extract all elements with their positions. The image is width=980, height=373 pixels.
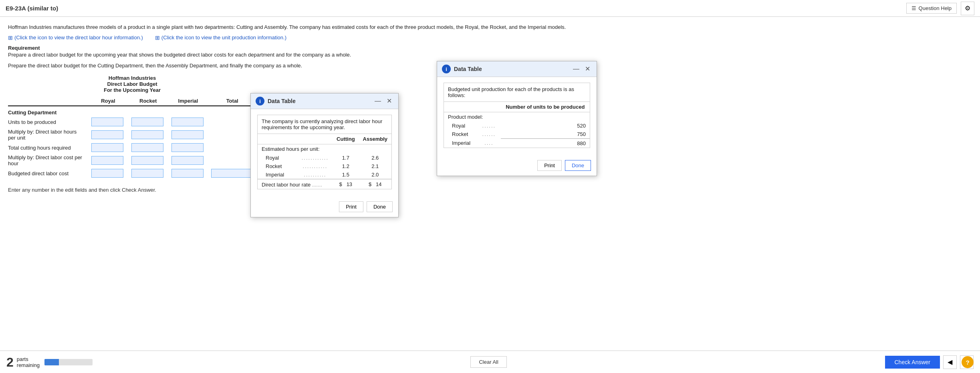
- links-row: ⊞ (Click the icon to view the direct lab…: [8, 34, 972, 41]
- requirement-section: Requirement Prepare a direct labor budge…: [8, 45, 972, 59]
- budgeted-cost-total[interactable]: [211, 169, 251, 178]
- modal2-col-header: Number of units to be produced: [501, 102, 590, 112]
- table-row: Product model:: [444, 112, 590, 122]
- budget-table: Royal Rocket Imperial Total Cutting Depa…: [8, 96, 256, 179]
- modal2-controls: — ✕: [571, 66, 592, 72]
- table-row: Multiply by: Direct labor cost per hour: [8, 153, 256, 168]
- modal2-minimize-button[interactable]: —: [571, 66, 581, 72]
- units-royal-cutting[interactable]: [91, 118, 123, 126]
- modal1-section-label: Estimated hours per unit:: [258, 144, 391, 154]
- hours-royal-cutting[interactable]: [91, 130, 123, 139]
- budgeted-cost-rocket[interactable]: [131, 169, 163, 178]
- modal2-footer: Print Done: [437, 157, 597, 176]
- col-imperial: Imperial: [168, 96, 208, 106]
- units-rocket-cutting[interactable]: [131, 118, 163, 126]
- modal1-close-button[interactable]: ✕: [385, 98, 393, 104]
- table-row: Units to be produced: [8, 116, 256, 128]
- grid-icon-2: ⊞: [155, 34, 160, 41]
- modal2-desc: Budgeted unit production for each of the…: [444, 83, 590, 102]
- header: E9-23A (similar to) ☰ Question Help ⚙: [0, 0, 980, 17]
- cost-hour-royal[interactable]: [91, 156, 123, 165]
- modal1-title: Data Table: [268, 98, 296, 104]
- table-row: Multiply by: Direct labor hours per unit: [8, 128, 256, 142]
- cost-hour-rocket[interactable]: [131, 156, 163, 165]
- requirement-text: Prepare a direct labor budget for the up…: [8, 51, 972, 59]
- modal2-done-button[interactable]: Done: [565, 160, 591, 171]
- header-controls: ☰ Question Help ⚙: [906, 2, 974, 15]
- data-table-modal-1: i Data Table — ✕ The company is currentl…: [250, 93, 399, 217]
- modal1-print-button[interactable]: Print: [339, 201, 363, 212]
- budgeted-cost-imperial[interactable]: [171, 169, 204, 178]
- table-row: Estimated hours per unit:: [258, 144, 391, 154]
- modal2-title: Data Table: [454, 66, 482, 72]
- modal2-print-button[interactable]: Print: [537, 160, 562, 171]
- modal1-data-table: The company is currently analyzing direc…: [258, 115, 391, 189]
- modal2-header-left: i Data Table: [442, 65, 482, 73]
- modal1-col-assembly: Assembly: [359, 134, 391, 144]
- cost-hour-imperial[interactable]: [171, 156, 204, 165]
- modal2-data-table: Budgeted unit production for each of the…: [444, 83, 590, 148]
- page-title: E9-23A (similar to): [6, 5, 58, 12]
- problem-text: Hoffman Industries manufactures three mo…: [8, 23, 972, 31]
- col-rocket: Rocket: [128, 96, 168, 106]
- units-imperial-cutting[interactable]: [171, 118, 204, 126]
- budget-table-section: Hoffman Industries Direct Labor Budget F…: [8, 75, 256, 179]
- modal2-header: i Data Table — ✕: [437, 61, 597, 77]
- requirement-title: Requirement: [8, 45, 972, 51]
- company-name: Hoffman Industries: [8, 75, 256, 81]
- table-row: Imperial .... 880: [444, 139, 590, 148]
- modal1-done-button[interactable]: Done: [367, 201, 393, 212]
- gear-icon: ⚙: [965, 4, 970, 12]
- modal1-col-cutting: Cutting: [333, 134, 359, 144]
- modal2-body: Budgeted unit production for each of the…: [437, 77, 597, 157]
- hours-rocket-cutting[interactable]: [131, 130, 163, 139]
- grid-icon-1: ⊞: [8, 34, 13, 41]
- total-hours-imperial[interactable]: [171, 143, 204, 152]
- table-row: Total cutting hours required: [8, 142, 256, 153]
- main-content: Hoffman Industries manufactures three mo…: [0, 17, 980, 351]
- table-row: Royal ............ 1.7 2.6: [258, 154, 391, 162]
- modal2-table-container: Budgeted unit production for each of the…: [444, 83, 590, 148]
- col-royal: Royal: [88, 96, 128, 106]
- modal1-body: The company is currently analyzing direc…: [251, 109, 398, 198]
- modal2-close-button[interactable]: ✕: [583, 66, 592, 72]
- enter-text: Enter any number in the edit fields and …: [8, 187, 972, 193]
- budgeted-cost-royal[interactable]: [91, 169, 123, 178]
- cutting-dept-header: Cutting Department: [8, 106, 256, 116]
- col-total: Total: [208, 96, 256, 106]
- modal1-footer: Print Done: [251, 198, 398, 217]
- modal1-minimize-button[interactable]: —: [373, 98, 383, 104]
- table-row: Budgeted direct labor cost: [8, 168, 256, 179]
- direct-labor-link[interactable]: ⊞ (Click the icon to view the direct lab…: [8, 34, 143, 41]
- unit-production-link[interactable]: ⊞ (Click the icon to view the unit produ…: [155, 34, 286, 41]
- table-row: Rocket ........... 1.2 2.1: [258, 162, 391, 170]
- doc-name: Direct Labor Budget: [8, 81, 256, 87]
- question-help-button[interactable]: ☰ Question Help: [906, 3, 957, 14]
- info-icon-2: i: [442, 65, 451, 73]
- hours-imperial-cutting[interactable]: [171, 130, 204, 139]
- budget-period: For the Upcoming Year: [8, 87, 256, 93]
- table-row: Royal ...... 520: [444, 122, 590, 130]
- total-hours-royal[interactable]: [91, 143, 123, 152]
- modal2-section-label: Product model:: [444, 112, 590, 122]
- settings-button[interactable]: ⚙: [961, 2, 974, 15]
- table-row: Direct labor hour rate ....... $ 13 $ 14: [258, 179, 391, 189]
- table-row: Imperial .......... 1.5 2.0: [258, 170, 391, 179]
- modal1-header: i Data Table — ✕: [251, 93, 398, 109]
- data-table-modal-2: i Data Table — ✕ Budgeted unit productio…: [437, 61, 597, 176]
- modal1-controls: — ✕: [373, 98, 393, 104]
- table-row: Rocket ...... 750: [444, 130, 590, 139]
- modal1-table-container: The company is currently analyzing direc…: [257, 115, 392, 189]
- modal1-desc: The company is currently analyzing direc…: [258, 115, 391, 134]
- modal1-header-left: i Data Table: [256, 97, 296, 105]
- list-icon: ☰: [911, 5, 916, 11]
- total-hours-rocket[interactable]: [131, 143, 163, 152]
- info-icon-1: i: [256, 97, 264, 105]
